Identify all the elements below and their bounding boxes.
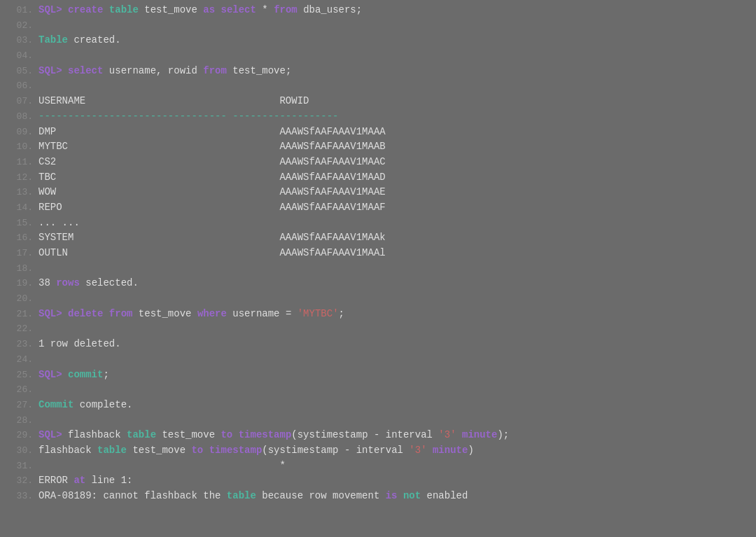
code-line (38, 78, 756, 94)
line-number: 25. (0, 368, 38, 382)
line-02: 02. (0, 18, 756, 34)
line-number: 11. (0, 155, 38, 169)
line-number: 20. (0, 292, 38, 306)
code-line (38, 261, 756, 277)
line-09: 09. DMP AAAWSfAAFAAAV1MAAA (0, 125, 756, 140)
line-number: 19. (0, 277, 38, 291)
line-number: 03. (0, 34, 38, 48)
line-number: 07. (0, 95, 38, 109)
line-31: 31. * (0, 459, 756, 474)
line-10: 10. MYTBC AAAWSfAAFAAAV1MAAB (0, 139, 756, 155)
line-20: 20. (0, 291, 756, 307)
code-line: flashback table test_move to timestamp(s… (38, 443, 756, 459)
line-25: 25. SQL> commit; (0, 368, 756, 383)
line-number: 10. (0, 140, 38, 154)
line-08: 08. -------------------------------- ---… (0, 109, 756, 125)
line-number: 32. (0, 474, 38, 488)
code-line: Commit complete. (38, 398, 756, 413)
line-17: 17. OUTLN AAAWSfAAFAAAV1MAAl (0, 246, 756, 261)
code-line: 38 rows selected. (38, 276, 756, 291)
line-number: 09. (0, 125, 38, 139)
line-28: 28. (0, 413, 756, 428)
code-line: SQL> delete from test_move where usernam… (38, 307, 756, 322)
line-14: 14. REPO AAAWSfAAFAAAV1MAAF (0, 200, 756, 216)
code-line: SQL> flashback table test_move to timest… (38, 428, 756, 443)
code-line (38, 321, 756, 337)
line-26: 26. (0, 382, 756, 398)
line-12: 12. TBC AAAWSfAAFAAAV1MAAD (0, 170, 756, 186)
line-32: 32. ERROR at line 1: (0, 473, 756, 489)
code-line: SQL> commit; (38, 368, 756, 383)
code-line: OUTLN AAAWSfAAFAAAV1MAAl (38, 246, 756, 261)
code-line (38, 382, 756, 398)
line-number: 29. (0, 428, 38, 442)
line-number: 16. (0, 231, 38, 245)
line-number: 23. (0, 337, 38, 351)
line-number: 12. (0, 171, 38, 185)
line-number: 21. (0, 307, 38, 321)
code-line: -------------------------------- -------… (38, 109, 756, 125)
code-line (38, 48, 756, 64)
line-06: 06. (0, 78, 756, 94)
line-18: 18. (0, 261, 756, 277)
line-04: 04. (0, 48, 756, 64)
code-line (38, 352, 756, 368)
code-line (38, 291, 756, 307)
line-number: 04. (0, 49, 38, 63)
line-number: 17. (0, 246, 38, 260)
line-07: 07. USERNAME ROWID (0, 94, 756, 109)
line-number: 18. (0, 262, 38, 276)
code-line: SQL> select username, rowid from test_mo… (38, 64, 756, 79)
code-line: ORA-08189: cannot flashback the table be… (38, 489, 756, 504)
code-line: SYSTEM AAAWSfAAFAAAV1MAAk (38, 230, 756, 246)
line-27: 27. Commit complete. (0, 398, 756, 413)
line-number: 28. (0, 414, 38, 428)
line-number: 31. (0, 459, 38, 473)
line-number: 26. (0, 383, 38, 397)
code-line: 1 row deleted. (38, 337, 756, 352)
line-01: 01. SQL> create table test_move as selec… (0, 3, 756, 18)
line-number: 02. (0, 19, 38, 33)
line-number: 27. (0, 398, 38, 412)
line-11: 11. CS2 AAAWSfAAFAAAV1MAAC (0, 155, 756, 170)
code-line (38, 413, 756, 428)
code-line: CS2 AAAWSfAAFAAAV1MAAC (38, 155, 756, 170)
line-number: 08. (0, 110, 38, 124)
line-23: 23. 1 row deleted. (0, 337, 756, 352)
code-line: REPO AAAWSfAAFAAAV1MAAF (38, 200, 756, 216)
code-line: ERROR at line 1: (38, 473, 756, 489)
line-number: 05. (0, 64, 38, 78)
code-line: SQL> create table test_move as select * … (38, 3, 756, 18)
line-03: 03. Table created. (0, 33, 756, 48)
line-30: 30. flashback table test_move to timesta… (0, 443, 756, 459)
code-line (38, 18, 756, 34)
line-29: 29. SQL> flashback table test_move to ti… (0, 428, 756, 443)
code-line: TBC AAAWSfAAFAAAV1MAAD (38, 170, 756, 186)
line-24: 24. (0, 352, 756, 368)
line-21: 21. SQL> delete from test_move where use… (0, 307, 756, 322)
line-33: 33. ORA-08189: cannot flashback the tabl… (0, 489, 756, 504)
line-15: 15. ... ... (0, 216, 756, 231)
line-13: 13. WOW AAAWSfAAFAAAV1MAAE (0, 185, 756, 200)
line-number: 33. (0, 489, 38, 503)
terminal-window: 01. SQL> create table test_move as selec… (0, 0, 756, 507)
line-number: 06. (0, 79, 38, 93)
code-line: * (38, 459, 756, 474)
line-number: 15. (0, 216, 38, 230)
line-19: 19. 38 rows selected. (0, 276, 756, 291)
line-number: 22. (0, 322, 38, 336)
line-number: 24. (0, 353, 38, 367)
line-16: 16. SYSTEM AAAWSfAAFAAAV1MAAk (0, 230, 756, 246)
line-number: 14. (0, 201, 38, 215)
line-22: 22. (0, 321, 756, 337)
code-line: WOW AAAWSfAAFAAAV1MAAE (38, 185, 756, 200)
code-line: Table created. (38, 33, 756, 48)
code-line: MYTBC AAAWSfAAFAAAV1MAAB (38, 139, 756, 155)
code-line: ... ... (38, 216, 756, 231)
line-05: 05. SQL> select username, rowid from tes… (0, 64, 756, 79)
line-number: 30. (0, 444, 38, 458)
line-number: 13. (0, 186, 38, 200)
code-line: DMP AAAWSfAAFAAAV1MAAA (38, 125, 756, 140)
code-line: USERNAME ROWID (38, 94, 756, 109)
line-number: 01. (0, 4, 38, 18)
